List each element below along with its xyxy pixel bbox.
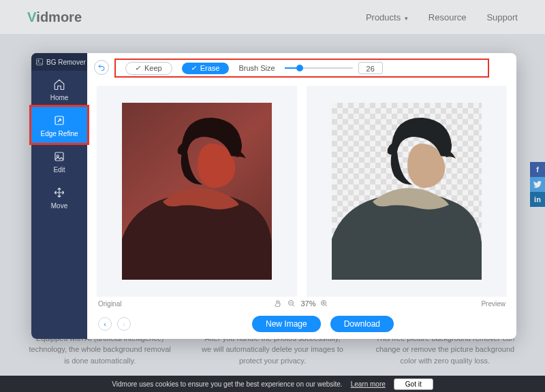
sidebar: BG Remover Home Edge Refine Edit Move xyxy=(31,53,87,339)
image-icon xyxy=(35,58,44,66)
home-icon xyxy=(52,78,66,91)
cookie-text: Vidmore uses cookies to ensure you get t… xyxy=(112,380,342,388)
brush-slider[interactable] xyxy=(285,67,353,69)
pan-icon[interactable] xyxy=(273,299,283,308)
download-button[interactable]: Download xyxy=(330,316,394,332)
move-icon xyxy=(52,186,66,199)
zoom-out-icon[interactable] xyxy=(287,299,296,308)
brush-size-value[interactable]: 26 xyxy=(358,62,383,74)
edit-icon xyxy=(52,150,66,163)
cookie-bar: Vidmore uses cookies to ensure you get t… xyxy=(0,376,545,392)
sidebar-home[interactable]: Home xyxy=(31,71,87,107)
new-image-button[interactable]: New Image xyxy=(252,316,321,332)
brush-label: Brush Size xyxy=(238,64,275,72)
svg-point-1 xyxy=(38,61,40,62)
undo-button[interactable] xyxy=(94,60,109,75)
preview-label: Preview xyxy=(481,300,505,308)
preview-photo xyxy=(332,103,482,280)
prev-image-button[interactable]: ‹ xyxy=(98,317,112,331)
sidebar-edit[interactable]: Edit xyxy=(31,143,87,179)
editor-panel: ✓Keep ✓Erase Brush Size 26 xyxy=(87,53,516,339)
sidebar-title: BG Remover xyxy=(31,53,87,71)
original-label: Original xyxy=(98,300,121,308)
next-image-button[interactable]: › xyxy=(117,317,131,331)
preview-pane[interactable] xyxy=(307,86,507,297)
brush-toolbar: ✓Keep ✓Erase Brush Size 26 xyxy=(114,59,489,78)
zoom-percent: 37% xyxy=(300,299,315,308)
erase-button[interactable]: ✓Erase xyxy=(182,63,230,74)
original-pane[interactable] xyxy=(97,86,297,297)
mask-overlay xyxy=(122,103,272,280)
sidebar-edge-refine[interactable]: Edge Refine xyxy=(31,107,87,143)
cookie-accept-button[interactable]: Got it xyxy=(394,378,433,390)
cookie-learn-more[interactable]: Learn more xyxy=(351,380,386,388)
bg-remover-modal: BG Remover Home Edge Refine Edit Move ✓K… xyxy=(31,53,516,339)
edge-refine-icon xyxy=(52,114,66,127)
keep-button[interactable]: ✓Keep xyxy=(125,62,172,75)
svg-rect-0 xyxy=(37,59,43,65)
zoom-in-icon[interactable] xyxy=(320,299,329,308)
sidebar-move[interactable]: Move xyxy=(31,179,87,215)
